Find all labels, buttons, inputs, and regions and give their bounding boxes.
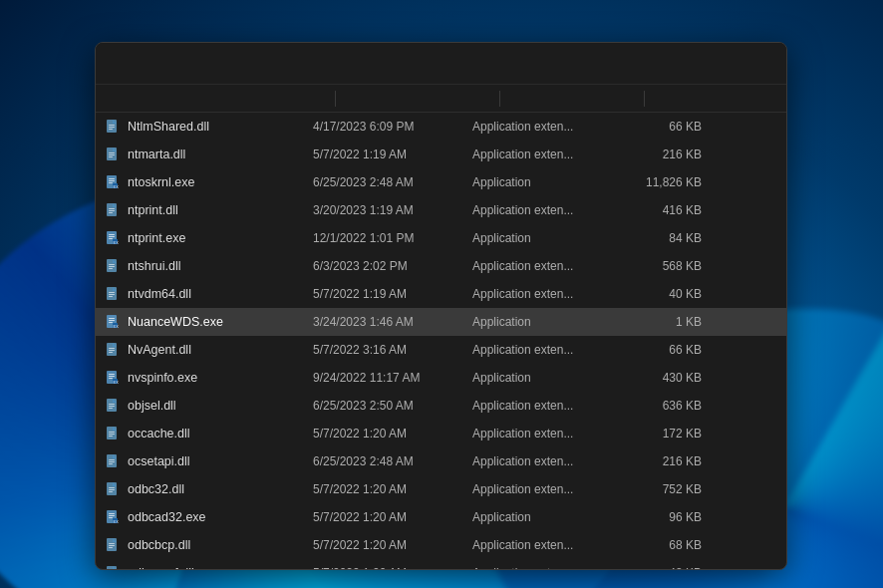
file-name-text: ntvdm64.dll bbox=[128, 287, 191, 301]
svg-rect-67 bbox=[109, 517, 113, 518]
svg-rect-14 bbox=[107, 203, 117, 216]
file-name-text: ntshrui.dll bbox=[128, 259, 181, 273]
file-name-cell: ocsetapi.dll bbox=[104, 452, 313, 470]
svg-rect-39 bbox=[109, 348, 115, 349]
file-date-cell: 6/25/2023 2:48 AM bbox=[313, 454, 472, 468]
file-name-cell: EX ntoskrnl.exe bbox=[104, 173, 313, 191]
svg-rect-61 bbox=[109, 487, 115, 488]
svg-rect-63 bbox=[109, 491, 113, 492]
svg-rect-19 bbox=[109, 234, 115, 235]
file-name-text: ntprint.exe bbox=[128, 231, 185, 245]
file-list-container: NtlmShared.dll 4/17/2023 6:09 PM Applica… bbox=[96, 85, 786, 569]
svg-rect-59 bbox=[109, 463, 113, 464]
svg-rect-41 bbox=[109, 352, 113, 353]
svg-rect-71 bbox=[109, 543, 115, 544]
file-icon bbox=[104, 285, 122, 303]
file-size-cell: 216 KB bbox=[612, 147, 702, 161]
table-row[interactable]: odbc32.dll 5/7/2022 1:20 AM Application … bbox=[96, 475, 786, 503]
file-icon bbox=[104, 536, 122, 554]
svg-rect-16 bbox=[109, 210, 115, 211]
svg-rect-4 bbox=[107, 147, 117, 160]
file-icon bbox=[104, 341, 122, 359]
svg-rect-15 bbox=[109, 208, 115, 209]
table-row[interactable]: EX nvspinfo.exe 9/24/2022 11:17 AM Appli… bbox=[96, 364, 786, 392]
svg-rect-40 bbox=[109, 350, 115, 351]
file-size-cell: 752 KB bbox=[612, 482, 702, 496]
file-type-cell: Application exten... bbox=[472, 427, 612, 441]
svg-rect-30 bbox=[109, 294, 115, 295]
file-date-cell: 4/17/2023 6:09 PM bbox=[313, 120, 472, 134]
svg-rect-27 bbox=[109, 268, 113, 269]
file-type-cell: Application exten... bbox=[472, 259, 612, 273]
file-icon bbox=[104, 146, 122, 163]
table-row[interactable]: EX odbcad32.exe 5/7/2022 1:20 AM Applica… bbox=[96, 503, 786, 531]
table-row[interactable]: NvAgent.dll 5/7/2022 3:16 AM Application… bbox=[96, 336, 786, 364]
svg-text:EX: EX bbox=[114, 240, 120, 245]
file-type-cell: Application exten... bbox=[472, 454, 612, 468]
file-name-text: nvspinfo.exe bbox=[128, 371, 197, 385]
table-row[interactable]: ntprint.dll 3/20/2023 1:19 AM Applicatio… bbox=[96, 196, 786, 224]
file-type-cell: Application exten... bbox=[472, 399, 612, 413]
file-date-cell: 5/7/2022 3:16 AM bbox=[313, 343, 472, 357]
file-size-cell: 172 KB bbox=[612, 427, 702, 441]
table-row[interactable]: ntmarta.dll 5/7/2022 1:19 AM Application… bbox=[96, 141, 786, 168]
file-name-text: NtlmShared.dll bbox=[128, 120, 209, 134]
table-row[interactable]: occache.dll 5/7/2022 1:20 AM Application… bbox=[96, 420, 786, 447]
table-row[interactable]: EX NuanceWDS.exe 3/24/2023 1:46 AM Appli… bbox=[96, 308, 786, 336]
table-row[interactable]: ntshrui.dll 6/3/2023 2:02 PM Application… bbox=[96, 252, 786, 280]
table-row[interactable]: ocsetapi.dll 6/25/2023 2:48 AM Applicati… bbox=[96, 447, 786, 475]
svg-rect-43 bbox=[109, 374, 115, 375]
file-size-cell: 96 KB bbox=[612, 510, 702, 524]
file-type-cell: Application exten... bbox=[472, 203, 612, 217]
file-type-cell: Application exten... bbox=[472, 482, 612, 496]
file-type-cell: Application bbox=[472, 371, 612, 385]
file-name-text: NvAgent.dll bbox=[128, 343, 191, 357]
file-size-cell: 636 KB bbox=[612, 399, 702, 413]
file-icon bbox=[104, 425, 122, 442]
file-date-cell: 6/25/2023 2:50 AM bbox=[313, 399, 472, 413]
svg-rect-26 bbox=[109, 266, 115, 267]
svg-rect-35 bbox=[109, 322, 113, 323]
file-icon bbox=[104, 397, 122, 415]
svg-rect-31 bbox=[109, 296, 113, 297]
col-divider-3 bbox=[644, 91, 645, 107]
svg-rect-51 bbox=[109, 408, 113, 409]
svg-rect-65 bbox=[109, 513, 115, 514]
table-row[interactable]: NtlmShared.dll 4/17/2023 6:09 PM Applica… bbox=[96, 113, 786, 141]
svg-text:EX: EX bbox=[114, 380, 120, 385]
file-name-cell: odbc32.dll bbox=[104, 480, 313, 498]
file-date-cell: 5/7/2022 1:20 AM bbox=[313, 566, 472, 569]
file-date-cell: 6/25/2023 2:48 AM bbox=[313, 175, 472, 189]
file-rows[interactable]: NtlmShared.dll 4/17/2023 6:09 PM Applica… bbox=[96, 113, 786, 569]
file-date-cell: 5/7/2022 1:20 AM bbox=[313, 510, 472, 524]
table-row[interactable]: objsel.dll 6/25/2023 2:50 AM Application… bbox=[96, 392, 786, 420]
svg-rect-6 bbox=[109, 154, 115, 155]
table-row[interactable]: EX ntprint.exe 12/1/2022 1:01 PM Applica… bbox=[96, 224, 786, 252]
file-date-cell: 9/24/2022 11:17 AM bbox=[313, 371, 472, 385]
file-size-cell: 216 KB bbox=[612, 454, 702, 468]
svg-rect-50 bbox=[109, 406, 115, 407]
file-type-cell: Application exten... bbox=[472, 120, 612, 134]
table-row[interactable]: odbcbcp.dll 5/7/2022 1:20 AM Application… bbox=[96, 531, 786, 559]
file-date-cell: 3/20/2023 1:19 AM bbox=[313, 203, 472, 217]
file-name-cell: objsel.dll bbox=[104, 397, 313, 415]
svg-rect-73 bbox=[109, 547, 113, 548]
svg-rect-58 bbox=[109, 461, 115, 462]
file-icon: EX bbox=[104, 313, 122, 331]
file-date-cell: 6/3/2023 2:02 PM bbox=[313, 259, 472, 273]
file-size-cell: 66 KB bbox=[612, 120, 702, 134]
file-date-cell: 12/1/2022 1:01 PM bbox=[313, 231, 472, 245]
svg-rect-25 bbox=[109, 264, 115, 265]
explorer-window: NtlmShared.dll 4/17/2023 6:09 PM Applica… bbox=[95, 42, 787, 570]
file-name-cell: EX ntprint.exe bbox=[104, 229, 313, 247]
file-name-cell: ntprint.dll bbox=[104, 201, 313, 219]
svg-rect-29 bbox=[109, 292, 115, 293]
table-row[interactable]: odbcconf.dll 5/7/2022 1:20 AM Applicatio… bbox=[96, 559, 786, 569]
file-name-text: ocsetapi.dll bbox=[128, 454, 190, 468]
table-row[interactable]: ntvdm64.dll 5/7/2022 1:19 AM Application… bbox=[96, 280, 786, 308]
file-date-cell: 5/7/2022 1:20 AM bbox=[313, 482, 472, 496]
file-icon: EX bbox=[104, 508, 122, 526]
table-row[interactable]: EX ntoskrnl.exe 6/25/2023 2:48 AM Applic… bbox=[96, 168, 786, 196]
svg-rect-0 bbox=[107, 120, 117, 133]
file-name-text: odbc32.dll bbox=[128, 482, 184, 496]
